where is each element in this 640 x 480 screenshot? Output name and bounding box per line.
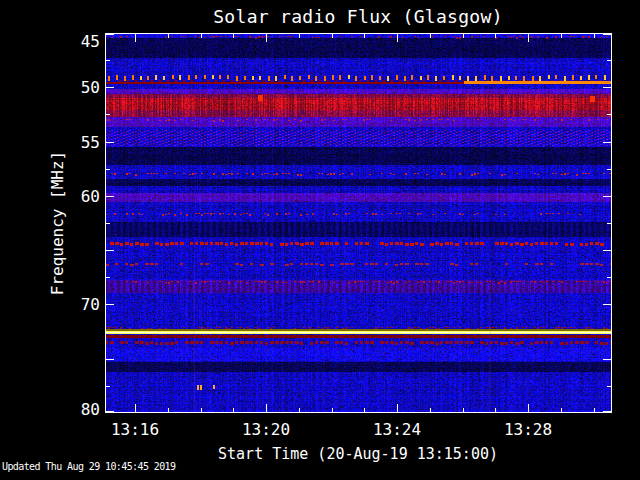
y-tick-label: 45 [81, 32, 100, 51]
y-tick-label: 55 [81, 133, 100, 152]
y-tick-label: 60 [81, 187, 100, 206]
x-axis-label: Start Time (20-Aug-19 13:15:00) [218, 445, 498, 463]
y-tick-label: 80 [81, 400, 100, 419]
updated-timestamp: Updated Thu Aug 29 10:45:45 2019 [2, 461, 175, 472]
x-tick-label: 13:24 [373, 420, 421, 439]
chart-title: Solar radio Flux (Glasgow) [213, 6, 503, 27]
y-tick-label: 50 [81, 78, 100, 97]
spectrogram-canvas [105, 33, 612, 413]
x-tick-label: 13:20 [242, 420, 290, 439]
y-tick-label: 70 [81, 295, 100, 314]
x-tick-label: 13:28 [504, 420, 552, 439]
y-axis-label: Frequency [MHz] [48, 151, 67, 296]
x-tick-label: 13:16 [111, 420, 159, 439]
spectrogram-window: Solar radio Flux (Glasgow) Frequency [MH… [0, 0, 640, 480]
